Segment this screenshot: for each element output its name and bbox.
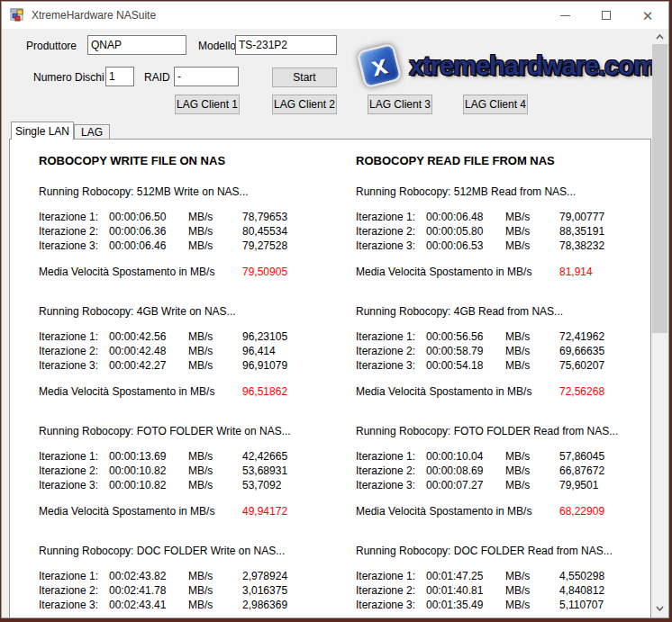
robocopy-section: Running Robocopy: 512MB Write on NAS... … [39, 185, 345, 278]
scrollbar-up-button[interactable] [652, 29, 667, 44]
iteration-row: Iterazione 1:00:02:43.82MB/s2,978924 [39, 570, 345, 584]
vertical-scrollbar[interactable] [652, 29, 667, 616]
robocopy-section: Running Robocopy: 4GB Write on NAS... It… [39, 305, 345, 398]
media-row: Media Velocità Spostamento in MB/s81,914 [356, 266, 651, 278]
media-label: Media Velocità Spostamento in MB/s [39, 385, 242, 398]
iteration-speed: 75,60207 [559, 359, 651, 374]
media-row: Media Velocità Spostamento in MB/s79,509… [39, 266, 345, 278]
iteration-speed: 96,23105 [242, 330, 345, 345]
iteration-speed: 79,00777 [559, 211, 651, 225]
iteration-unit: MB/s [505, 464, 559, 479]
robocopy-section: Running Robocopy: FOTO FOLDER Write on N… [39, 425, 345, 518]
iteration-time: 00:01:47.25 [426, 570, 505, 584]
running-status-text: Running Robocopy: DOC FOLDER Write on NA… [39, 545, 345, 557]
tab-lag[interactable]: LAG [74, 124, 110, 140]
media-value: 68,22909 [559, 505, 651, 518]
lag-client-2-button[interactable]: LAG Client 2 [272, 95, 337, 114]
iteration-unit: MB/s [505, 584, 559, 599]
window-title: XtremeHardware NASuite [32, 9, 156, 22]
iteration-row: Iterazione 3:00:00:07.27MB/s79,9501 [356, 479, 651, 493]
close-button[interactable]: ✕ [627, 2, 668, 29]
iteration-speed: 57,86045 [559, 450, 651, 464]
iteration-speed: 42,42665 [242, 450, 345, 464]
media-label: Media Velocità Spostamento in MB/s [356, 505, 559, 518]
iteration-row: Iterazione 2:00:00:10.82MB/s53,68931 [39, 464, 345, 479]
iteration-label: Iterazione 2: [39, 464, 109, 479]
iteration-row: Iterazione 2:00:00:05.80MB/s88,35191 [356, 225, 651, 239]
start-button[interactable]: Start [272, 68, 337, 87]
iteration-time: 00:00:07.27 [426, 479, 505, 493]
iteration-unit: MB/s [188, 599, 242, 613]
raid-input[interactable] [174, 67, 239, 86]
iteration-time: 00:00:13.69 [109, 450, 188, 464]
iteration-label: Iterazione 2: [356, 225, 426, 239]
iteration-speed: 5,110707 [559, 599, 651, 613]
iteration-time: 00:00:42.56 [109, 330, 188, 345]
iteration-row: Iterazione 3:00:00:10.82MB/s53,7092 [39, 479, 345, 493]
robocopy-section: Running Robocopy: FOTO FOLDER Read from … [356, 425, 651, 518]
iteration-label: Iterazione 3: [356, 479, 426, 493]
iteration-unit: MB/s [188, 479, 242, 493]
iteration-row: Iterazione 2:00:00:08.69MB/s66,87672 [356, 464, 651, 479]
media-value: 49,94172 [242, 505, 345, 518]
iteration-time: 00:00:08.69 [426, 464, 505, 479]
results-panel: ROBOCOPY WRITE FILE ON NAS Running Roboc… [9, 139, 651, 618]
iteration-speed: 80,45534 [242, 225, 345, 239]
iteration-unit: MB/s [188, 464, 242, 479]
iteration-label: Iterazione 2: [356, 584, 426, 599]
iteration-label: Iterazione 3: [356, 239, 426, 254]
scrollbar-down-button[interactable] [652, 600, 667, 616]
iteration-row: Iterazione 3:00:00:06.46MB/s79,27528 [39, 239, 345, 254]
iteration-label: Iterazione 3: [356, 599, 426, 613]
running-status-text: Running Robocopy: 512MB Read from NAS... [356, 185, 651, 198]
iteration-row: Iterazione 1:00:00:06.50MB/s78,79653 [39, 211, 345, 225]
iteration-row: Iterazione 1:00:01:47.25MB/s4,550298 [356, 570, 651, 584]
iteration-time: 00:02:43.82 [109, 570, 188, 584]
iteration-row: Iterazione 3:00:02:43.41MB/s2,986369 [39, 599, 345, 613]
media-value: 81,914 [559, 266, 651, 278]
raid-label: RAID [144, 71, 170, 84]
iteration-time: 00:00:06.50 [109, 211, 188, 225]
iteration-label: Iterazione 1: [39, 450, 109, 464]
iteration-time: 00:00:56.56 [426, 330, 505, 345]
iteration-time: 00:00:10.04 [426, 450, 505, 464]
minimize-button[interactable] [544, 2, 586, 29]
iteration-speed: 96,414 [242, 345, 345, 359]
iteration-row: Iterazione 3:00:00:06.53MB/s78,38232 [356, 239, 651, 254]
media-label: Media Velocità Spostamento in MB/s [356, 266, 559, 278]
iteration-unit: MB/s [188, 570, 242, 584]
lag-client-1-button[interactable]: LAG Client 1 [175, 95, 240, 114]
iteration-label: Iterazione 1: [356, 570, 426, 584]
iteration-time: 00:00:06.53 [426, 239, 505, 254]
robocopy-section: Running Robocopy: 4GB Read from NAS... I… [356, 305, 651, 398]
iteration-unit: MB/s [505, 599, 559, 613]
running-status-text: Running Robocopy: 512MB Write on NAS... [39, 185, 345, 198]
iteration-row: Iterazione 2:00:00:42.48MB/s96,414 [39, 345, 345, 359]
media-value: 96,51862 [242, 385, 345, 398]
running-status-text: Running Robocopy: 4GB Read from NAS... [356, 305, 651, 318]
iteration-label: Iterazione 2: [356, 464, 426, 479]
iteration-label: Iterazione 3: [39, 479, 109, 493]
iteration-unit: MB/s [505, 225, 559, 239]
iteration-label: Iterazione 1: [356, 450, 426, 464]
media-label: Media Velocità Spostamento in MB/s [356, 385, 559, 398]
iteration-speed: 2,978924 [242, 570, 345, 584]
iteration-unit: MB/s [505, 359, 559, 374]
maximize-icon [602, 11, 611, 20]
numero-dischi-label: Numero Dischi [33, 71, 104, 84]
iteration-unit: MB/s [188, 359, 242, 374]
modello-input[interactable] [235, 35, 337, 55]
iteration-unit: MB/s [188, 345, 242, 359]
iteration-unit: MB/s [188, 225, 242, 239]
tab-single-lan[interactable]: Single LAN [11, 122, 74, 140]
iteration-unit: MB/s [188, 330, 242, 345]
numero-dischi-input[interactable] [105, 67, 134, 86]
produttore-input[interactable] [87, 35, 186, 55]
scrollbar-thumb[interactable] [652, 44, 667, 333]
robocopy-section: Running Robocopy: 512MB Read from NAS...… [356, 185, 651, 278]
iteration-row: Iterazione 1:00:00:42.56MB/s96,23105 [39, 330, 345, 345]
iteration-row: Iterazione 2:00:01:40.81MB/s4,840812 [356, 584, 651, 599]
maximize-button[interactable] [586, 2, 627, 29]
iteration-speed: 66,87672 [559, 464, 651, 479]
media-value: 79,50905 [242, 266, 345, 278]
